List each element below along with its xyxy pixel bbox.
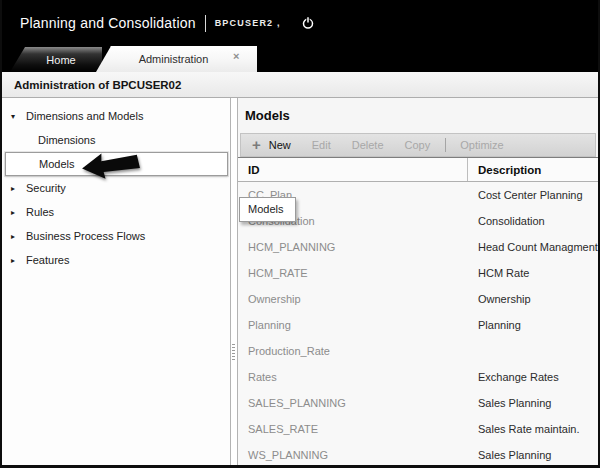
plus-icon: + (252, 138, 261, 151)
tree-item-label: Security (26, 182, 66, 194)
content-area: ▾ Dimensions and Models Dimensions Model… (2, 98, 598, 465)
tab-administration-label: Administration (96, 53, 233, 65)
model-id: HCM_PLANNING (238, 241, 467, 253)
topbar-divider (205, 15, 206, 32)
chevron-right-icon[interactable]: ▸ (11, 184, 26, 193)
power-icon (301, 16, 315, 30)
sidebar-item-dimensions-and-models[interactable]: ▾ Dimensions and Models (2, 104, 230, 128)
table-row[interactable]: SALES_PLANNING Sales Planning (238, 390, 598, 416)
table-row[interactable]: Rates Exchange Rates (238, 364, 598, 390)
column-header-description: Description (467, 158, 598, 181)
app-title: Planning and Consolidation (20, 15, 196, 31)
table-row[interactable]: Planning Planning (238, 312, 598, 338)
tree-item-label: Rules (26, 206, 54, 218)
splitter-grip-icon[interactable] (232, 344, 235, 362)
model-id: WS_PLANNING (238, 449, 467, 461)
navigation-sidebar: ▾ Dimensions and Models Dimensions Model… (2, 98, 231, 465)
column-header-id: ID (238, 158, 467, 181)
tree-item-label: Models (39, 158, 74, 170)
logout-button[interactable] (301, 16, 315, 30)
model-id: HCM_RATE (238, 267, 467, 279)
chevron-down-icon[interactable]: ▾ (11, 112, 26, 121)
table-row[interactable]: SALES_RATE Sales Rate maintain. (238, 416, 598, 442)
copy-button[interactable]: Copy (405, 139, 431, 151)
sidebar-item-features[interactable]: ▸ Features (2, 248, 230, 272)
model-description: Planning (467, 319, 598, 331)
model-id: Planning (238, 319, 467, 331)
tab-administration[interactable]: Administration × (96, 46, 257, 72)
table-row[interactable]: HCM_RATE HCM Rate (238, 260, 598, 286)
model-description: Consolidation (467, 215, 598, 227)
model-description: Sales Rate maintain. (467, 423, 598, 435)
model-description: Head Count Managment Pla (467, 241, 598, 253)
sidebar-item-business-process-flows[interactable]: ▸ Business Process Flows (2, 224, 230, 248)
model-description: HCM Rate (467, 267, 598, 279)
model-id: SALES_PLANNING (238, 397, 467, 409)
delete-button[interactable]: Delete (352, 139, 384, 151)
new-button[interactable]: New (269, 139, 291, 151)
table-row[interactable]: HCM_PLANNING Head Count Managment Pla (238, 234, 598, 260)
toolbar-separator (445, 138, 446, 152)
tree-item-label: Features (26, 254, 69, 266)
top-bar: Planning and Consolidation BPCUSER2 , (2, 0, 598, 46)
page-header: Administration of BPCUSER02 (2, 72, 598, 98)
tab-home-label: Home (46, 54, 75, 66)
models-tooltip: Models (239, 197, 296, 222)
sidebar-item-models[interactable]: Models (5, 152, 228, 176)
optimize-button[interactable]: Optimize (460, 139, 503, 151)
tree-item-label: Business Process Flows (26, 230, 145, 242)
model-description: Exchange Rates (467, 371, 598, 383)
current-user-label: BPCUSER2 , (215, 18, 281, 28)
application-window: Planning and Consolidation BPCUSER2 , Ho… (0, 0, 600, 468)
models-toolbar: + New Edit Delete Copy Optimize (240, 133, 596, 157)
table-row[interactable]: Ownership Ownership (238, 286, 598, 312)
models-table-header: ID Description (238, 157, 598, 182)
models-panel: Models + New Edit Delete Copy Optimize I… (238, 98, 598, 465)
model-id: SALES_RATE (238, 423, 467, 435)
close-icon[interactable]: × (233, 51, 257, 68)
model-description: Ownership (467, 293, 598, 305)
chevron-right-icon[interactable]: ▸ (11, 232, 26, 241)
model-description: Sales Planning (467, 397, 598, 409)
page-title: Administration of BPCUSER02 (14, 79, 181, 91)
table-row[interactable]: WS_PLANNING Sales Planning (238, 442, 598, 465)
chevron-right-icon[interactable]: ▸ (11, 256, 26, 265)
tab-strip: Home Administration × (2, 46, 598, 72)
model-id: Production_Rate (238, 345, 467, 357)
tree-item-label: Dimensions and Models (26, 110, 143, 122)
tab-home[interactable]: Home (10, 47, 102, 72)
table-row[interactable]: Production_Rate (238, 338, 598, 364)
tree-item-label: Dimensions (38, 134, 95, 146)
model-id: Ownership (238, 293, 467, 305)
panel-title: Models (238, 98, 598, 133)
sidebar-item-rules[interactable]: ▸ Rules (2, 200, 230, 224)
model-description: Cost Center Planning (467, 189, 598, 201)
sidebar-item-dimensions[interactable]: Dimensions (2, 128, 230, 152)
sidebar-item-security[interactable]: ▸ Security (2, 176, 230, 200)
edit-button[interactable]: Edit (312, 139, 331, 151)
chevron-right-icon[interactable]: ▸ (11, 208, 26, 217)
model-description: Sales Planning (467, 449, 598, 461)
splitter (231, 98, 238, 465)
models-table-body: CC_Plan Cost Center Planning Consolidati… (238, 182, 598, 465)
model-id: Rates (238, 371, 467, 383)
